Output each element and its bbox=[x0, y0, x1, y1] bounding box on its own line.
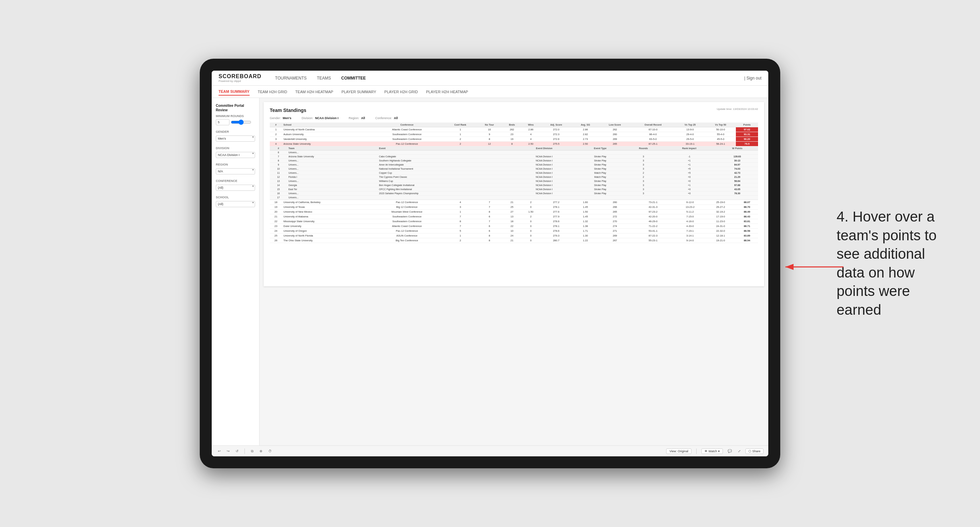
sub-nav: TEAM SUMMARY TEAM H2H GRID TEAM H2H HEAT… bbox=[212, 86, 768, 98]
table-row[interactable]: 25 University of North Florida ASUN Conf… bbox=[270, 233, 758, 238]
report-area: Team Standings Update time: 13/03/2024 1… bbox=[259, 98, 768, 445]
sub-nav-team-summary[interactable]: TEAM SUMMARY bbox=[218, 88, 250, 95]
col-vs50: Vs Top 50 bbox=[705, 122, 736, 127]
logo-text: SCOREBOARD bbox=[218, 73, 262, 79]
col-overall: Overall Record bbox=[632, 122, 675, 127]
logo-sub: Powered by clippd bbox=[218, 79, 262, 83]
filter-row: Gender: Men's Division: NCAA Division I … bbox=[270, 116, 758, 120]
filter-gender: Gender: Men's bbox=[270, 116, 291, 120]
gender-select[interactable]: Men's Women's bbox=[216, 135, 255, 142]
tooltip-row-item: 13 Univers... Williams Cup NCAA Division… bbox=[270, 179, 758, 183]
tooltip-header-row: # Team Event Event Division Event Type R… bbox=[270, 146, 758, 200]
table-row[interactable]: 2 Auburn University Southeastern Confere… bbox=[270, 132, 758, 137]
sub-nav-player-h2h-grid[interactable]: PLAYER H2H GRID bbox=[385, 88, 418, 95]
col-conference: Conference bbox=[370, 122, 444, 127]
school-select[interactable]: (All) bbox=[216, 201, 255, 207]
tooltip-table: # Team Event Event Division Event Type R… bbox=[270, 146, 758, 200]
min-rounds-slider[interactable] bbox=[231, 119, 251, 125]
tooltip-row-item: 10 Univers... National Invitational Tour… bbox=[270, 167, 758, 171]
sidebar-school: School (All) bbox=[216, 195, 255, 207]
nav-tournaments[interactable]: TOURNAMENTS bbox=[275, 75, 307, 82]
redo-button[interactable]: ↪ bbox=[225, 449, 231, 454]
resize-button[interactable]: ⤢ bbox=[737, 449, 742, 454]
col-bnds: Bnds bbox=[502, 122, 522, 127]
share-icon: ⬡ bbox=[748, 449, 751, 453]
tablet-screen: SCOREBOARD Powered by clippd TOURNAMENTS… bbox=[212, 71, 768, 456]
gender-select-wrapper: Men's Women's bbox=[216, 135, 255, 142]
sub-nav-team-h2h-heatmap[interactable]: TEAM H2H HEATMAP bbox=[295, 88, 333, 95]
tooltip-row-item: 16 Univers... 2023 Sahalee Players Champ… bbox=[270, 192, 758, 195]
annotation-text: 4. Hover over a team's points to see add… bbox=[837, 208, 953, 319]
sub-nav-team-h2h-grid[interactable]: TEAM H2H GRID bbox=[258, 88, 287, 95]
sidebar-title: Committee Portal Review bbox=[216, 103, 255, 112]
reset-button[interactable]: ↺ bbox=[234, 449, 240, 454]
table-row[interactable]: 1 University of North Carolina Atlantic … bbox=[270, 127, 758, 132]
table-row-highlighted[interactable]: 4 Arizona State University Pac-12 Confer… bbox=[270, 142, 758, 146]
min-rounds-input[interactable] bbox=[216, 119, 229, 125]
tooltip-row-item: 9 Univers... Amer Ari Intercollegiate NC… bbox=[270, 163, 758, 167]
filter-gender-value: Men's bbox=[283, 116, 291, 120]
table-row[interactable]: 18 University of California, Berkeley Pa… bbox=[270, 200, 758, 205]
sidebar-gender: Gender Men's Women's bbox=[216, 130, 255, 142]
sub-nav-player-h2h-heatmap[interactable]: PLAYER H2H HEATMAP bbox=[426, 88, 468, 95]
sidebar-school-label: School bbox=[216, 195, 255, 199]
division-select-wrapper: NCAA Division I NCAA Division II NCAA Di… bbox=[216, 151, 255, 158]
col-low-score: Low Score bbox=[598, 122, 632, 127]
top-nav: SCOREBOARD Powered by clippd TOURNAMENTS… bbox=[212, 71, 768, 86]
sidebar: Committee Portal Review Minimum Rounds G… bbox=[212, 98, 259, 445]
eye-icon: 👁 bbox=[705, 449, 708, 453]
col-school: School bbox=[282, 122, 370, 127]
filter-division-label: Division: bbox=[302, 116, 313, 120]
undo-button[interactable]: ↩ bbox=[216, 449, 222, 454]
nav-teams[interactable]: TEAMS bbox=[317, 75, 331, 82]
division-select[interactable]: NCAA Division I NCAA Division II NCAA Di… bbox=[216, 152, 255, 158]
tooltip-row-item: 11 Univers... Copper Cup NCAA Division I… bbox=[270, 171, 758, 175]
tooltip-row-item: 6 Univers... bbox=[270, 151, 758, 155]
clock-button[interactable]: ⏱ bbox=[267, 449, 273, 454]
toolbar-separator-2 bbox=[696, 449, 697, 454]
filter-region: Region: All bbox=[348, 116, 365, 120]
sub-nav-player-summary[interactable]: PLAYER SUMMARY bbox=[342, 88, 376, 95]
tooltip-row-item: 15 East Ter OFCC Fighting Illini Invitat… bbox=[270, 187, 758, 192]
region-select-wrapper: N/A All bbox=[216, 168, 255, 175]
sidebar-division-label: Division bbox=[216, 146, 255, 150]
view-original-button[interactable]: View: Original bbox=[666, 449, 691, 454]
comment-button[interactable]: 💬 bbox=[726, 449, 733, 454]
table-row[interactable]: 20 University of New Mexico Mountain Wes… bbox=[270, 210, 758, 214]
paste-button[interactable]: ⊕ bbox=[258, 449, 264, 454]
col-adj-score: Adj. Score bbox=[540, 122, 572, 127]
filter-conference: Conference: All bbox=[375, 116, 398, 120]
report-page: Team Standings Update time: 13/03/2024 1… bbox=[264, 102, 764, 286]
tooltip-row-item: 14 Georgia Ben Hogan Collegiate Invitati… bbox=[270, 183, 758, 187]
copy-button[interactable]: ⧉ bbox=[250, 449, 255, 454]
chevron-down-icon: ▾ bbox=[718, 449, 720, 453]
sidebar-region-label: Region bbox=[216, 163, 255, 166]
table-row[interactable]: 22 Mississippi State University Southeas… bbox=[270, 219, 758, 224]
table-row[interactable]: 3 Vanderbilt University Southeastern Con… bbox=[270, 137, 758, 142]
sidebar-conference: Conference (All) bbox=[216, 179, 255, 191]
table-row[interactable]: 23 Duke University Atlantic Coast Confer… bbox=[270, 224, 758, 229]
sign-out-link[interactable]: | Sign out bbox=[745, 76, 762, 81]
bottom-toolbar: ↩ ↪ ↺ ⧉ ⊕ ⏱ View: Original 👁 Watch ▾ 💬 ⤢ bbox=[212, 445, 768, 456]
nav-committee[interactable]: COMMITTEE bbox=[341, 75, 366, 82]
main-content: Committee Portal Review Minimum Rounds G… bbox=[212, 98, 768, 445]
red-arrow bbox=[778, 253, 847, 281]
conference-select[interactable]: (All) bbox=[216, 185, 255, 191]
region-select[interactable]: N/A All bbox=[216, 168, 255, 175]
standings-table: # School Conference Conf Rank No Tour Bn… bbox=[270, 122, 758, 243]
nav-links: TOURNAMENTS TEAMS COMMITTEE bbox=[275, 75, 745, 82]
col-conf-rank: Conf Rank bbox=[444, 122, 477, 127]
filter-division-value: NCAA Division I bbox=[315, 116, 338, 120]
report-header: Team Standings Update time: 13/03/2024 1… bbox=[270, 108, 758, 113]
page-wrapper: SCOREBOARD Powered by clippd TOURNAMENTS… bbox=[0, 0, 980, 527]
filter-region-value: All bbox=[361, 116, 365, 120]
sidebar-region: Region N/A All bbox=[216, 163, 255, 175]
table-row[interactable]: 21 University of Alabama Southeastern Co… bbox=[270, 214, 758, 219]
filter-conference-label: Conference: bbox=[375, 116, 392, 120]
table-row[interactable]: 19 University of Texas Big 12 Conference… bbox=[270, 205, 758, 210]
table-row[interactable]: 26 The Ohio State University Big Ten Con… bbox=[270, 238, 758, 243]
share-button[interactable]: ⬡ Share bbox=[745, 449, 764, 454]
toolbar-separator-1 bbox=[245, 449, 245, 454]
watch-button[interactable]: 👁 Watch ▾ bbox=[702, 449, 723, 454]
table-row[interactable]: 24 University of Oregon Pac-12 Conferenc… bbox=[270, 229, 758, 233]
